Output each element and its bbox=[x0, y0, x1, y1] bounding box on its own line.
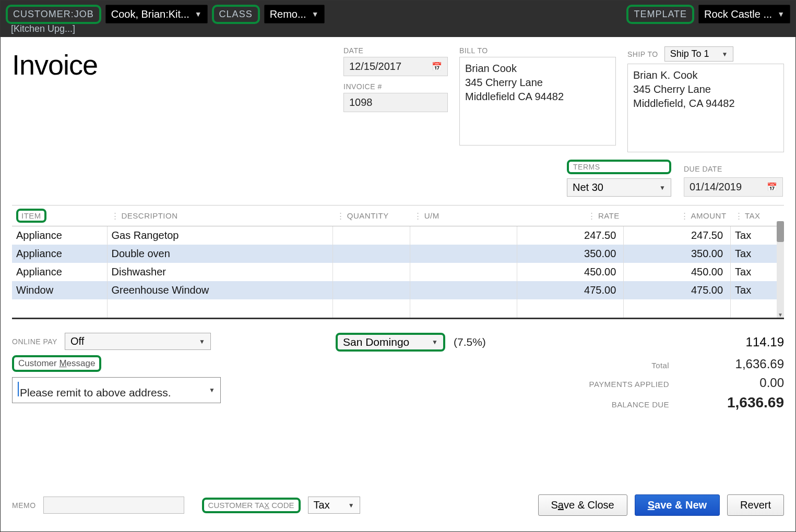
cell-um[interactable] bbox=[410, 245, 517, 263]
customer-tax-code-value: Tax bbox=[314, 499, 330, 511]
customer-message-label: Customer Message bbox=[18, 358, 95, 368]
calendar-icon[interactable]: 📅 bbox=[767, 182, 777, 192]
cell-quantity[interactable] bbox=[332, 226, 410, 245]
caret-down-icon: ▼ bbox=[721, 51, 728, 58]
billto-address[interactable]: Brian Cook 345 Cherry Lane Middlefield C… bbox=[459, 57, 616, 146]
shipto-select-value: Ship To 1 bbox=[670, 49, 709, 59]
cell-description[interactable]: Gas Rangetop bbox=[107, 226, 332, 245]
cell-um[interactable] bbox=[410, 226, 517, 245]
col-item[interactable]: ITEM bbox=[12, 205, 107, 226]
table-row[interactable]: ApplianceDishwasher450.00450.00Tax bbox=[12, 263, 784, 281]
memo-input[interactable] bbox=[43, 497, 184, 514]
cell-rate[interactable]: 247.50 bbox=[517, 226, 624, 245]
customer-tax-code-label: CUSTOMER TAX CODE bbox=[208, 501, 294, 510]
cell-item[interactable]: Appliance bbox=[12, 245, 107, 263]
total-label: Total bbox=[554, 361, 669, 370]
customer-job-dropdown[interactable]: Cook, Brian:Kit... ▼ bbox=[105, 5, 208, 23]
duedate-field[interactable]: 01/14/2019 📅 bbox=[684, 177, 783, 197]
customer-message-select[interactable]: Please remit to above address. ▼ bbox=[12, 377, 221, 403]
balance-due-value: 1,636.69 bbox=[695, 394, 784, 411]
save-close-button[interactable]: Save & Close bbox=[538, 494, 627, 516]
date-value: 12/15/2017 bbox=[349, 61, 401, 72]
col-amount[interactable]: AMOUNT bbox=[624, 205, 731, 226]
template-value: Rock Castle ... bbox=[704, 8, 772, 20]
caret-down-icon: ▼ bbox=[777, 10, 785, 18]
cell-amount[interactable]: 450.00 bbox=[624, 263, 731, 281]
scrollbar-thumb[interactable] bbox=[777, 221, 784, 242]
caret-down-icon: ▼ bbox=[659, 184, 666, 191]
customer-job-label: CUSTOMER:JOB bbox=[6, 5, 101, 24]
payments-applied-label: PAYMENTS APPLIED bbox=[554, 380, 669, 389]
balance-due-label: BALANCE DUE bbox=[554, 400, 669, 409]
caret-down-icon: ▼ bbox=[312, 10, 319, 18]
shipto-select[interactable]: Ship To 1 ▼ bbox=[664, 46, 734, 62]
page-title: Invoice bbox=[12, 49, 98, 81]
cell-description[interactable]: Greenhouse Window bbox=[107, 281, 332, 299]
cell-quantity[interactable] bbox=[332, 263, 410, 281]
cell-item[interactable]: Appliance bbox=[12, 263, 107, 281]
cell-quantity[interactable] bbox=[332, 281, 410, 299]
cell-item[interactable]: Window bbox=[12, 281, 107, 299]
col-um[interactable]: U/M bbox=[410, 205, 517, 226]
cell-tax[interactable]: Tax bbox=[731, 226, 784, 245]
calendar-icon[interactable]: 📅 bbox=[432, 62, 442, 71]
cell-rate[interactable]: 350.00 bbox=[517, 245, 624, 263]
col-quantity[interactable]: QUANTITY bbox=[332, 205, 410, 226]
cell-tax[interactable]: Tax bbox=[731, 281, 784, 299]
line-items-table: ITEM DESCRIPTION QUANTITY U/M RATE AMOUN… bbox=[12, 205, 784, 319]
col-description[interactable]: DESCRIPTION bbox=[107, 205, 332, 226]
terms-label: TERMS bbox=[567, 160, 671, 174]
date-label: DATE bbox=[343, 46, 448, 55]
date-field[interactable]: 12/15/2017 📅 bbox=[343, 57, 448, 76]
table-row[interactable]: WindowGreenhouse Window475.00475.00Tax bbox=[12, 281, 784, 299]
template-label: TEMPLATE bbox=[626, 5, 694, 24]
template-dropdown[interactable]: Rock Castle ... ▼ bbox=[698, 5, 790, 23]
caret-down-icon: ▼ bbox=[348, 502, 354, 509]
class-value: Remo... bbox=[270, 8, 306, 20]
tax-percent: (7.5%) bbox=[454, 336, 486, 348]
scroll-down-icon[interactable]: ▼ bbox=[777, 312, 784, 318]
class-label: CLASS bbox=[212, 5, 260, 24]
customer-job-value: Cook, Brian:Kit... bbox=[111, 8, 189, 20]
cell-description[interactable]: Double oven bbox=[107, 245, 332, 263]
cell-tax[interactable]: Tax bbox=[731, 263, 784, 281]
cell-um[interactable] bbox=[410, 281, 517, 299]
customer-tax-code-select[interactable]: Tax ▼ bbox=[308, 497, 360, 514]
terms-value: Net 30 bbox=[573, 182, 603, 194]
class-dropdown[interactable]: Remo... ▼ bbox=[264, 5, 325, 23]
caret-down-icon: ▼ bbox=[199, 338, 205, 345]
shipto-address[interactable]: Brian K. Cook 345 Cherry Lane Middlefiel… bbox=[627, 64, 784, 152]
tax-item-value: San Domingo bbox=[343, 336, 409, 348]
total-value: 1,636.69 bbox=[695, 357, 784, 371]
billto-label: BILL TO bbox=[459, 46, 616, 55]
cell-tax[interactable]: Tax bbox=[731, 245, 784, 263]
cell-amount[interactable]: 475.00 bbox=[624, 281, 731, 299]
invoice-number-label: INVOICE # bbox=[343, 82, 448, 91]
cell-amount[interactable]: 350.00 bbox=[624, 245, 731, 263]
save-new-button[interactable]: Save & New bbox=[635, 494, 720, 516]
col-tax[interactable]: TAX bbox=[731, 205, 784, 226]
cell-item[interactable]: Appliance bbox=[12, 226, 107, 245]
tax-amount: 114.19 bbox=[695, 335, 784, 349]
cell-description[interactable]: Dishwasher bbox=[107, 263, 332, 281]
revert-button[interactable]: Revert bbox=[727, 494, 784, 516]
table-row-empty[interactable] bbox=[12, 299, 784, 318]
cell-amount[interactable]: 247.50 bbox=[624, 226, 731, 245]
top-bar: CUSTOMER:JOB Cook, Brian:Kit... ▼ CLASS … bbox=[1, 1, 795, 37]
cell-quantity[interactable] bbox=[332, 245, 410, 263]
shipto-label: SHIP TO bbox=[627, 50, 658, 58]
col-rate[interactable]: RATE bbox=[517, 205, 624, 226]
online-pay-select[interactable]: Off ▼ bbox=[65, 333, 211, 350]
invoice-number-value: 1098 bbox=[349, 96, 373, 108]
caret-down-icon: ▼ bbox=[209, 386, 215, 394]
tax-item-select[interactable]: San Domingo ▼ bbox=[336, 333, 445, 352]
online-pay-label: ONLINE PAY bbox=[12, 337, 57, 346]
table-row[interactable]: ApplianceDouble oven350.00350.00Tax bbox=[12, 245, 784, 263]
invoice-number-field[interactable]: 1098 bbox=[343, 93, 448, 112]
table-row[interactable]: ApplianceGas Rangetop247.50247.50Tax bbox=[12, 226, 784, 245]
vertical-scrollbar[interactable]: ▼ bbox=[777, 221, 784, 318]
terms-select[interactable]: Net 30 ▼ bbox=[567, 178, 671, 197]
cell-rate[interactable]: 475.00 bbox=[517, 281, 624, 299]
cell-rate[interactable]: 450.00 bbox=[517, 263, 624, 281]
cell-um[interactable] bbox=[410, 263, 517, 281]
